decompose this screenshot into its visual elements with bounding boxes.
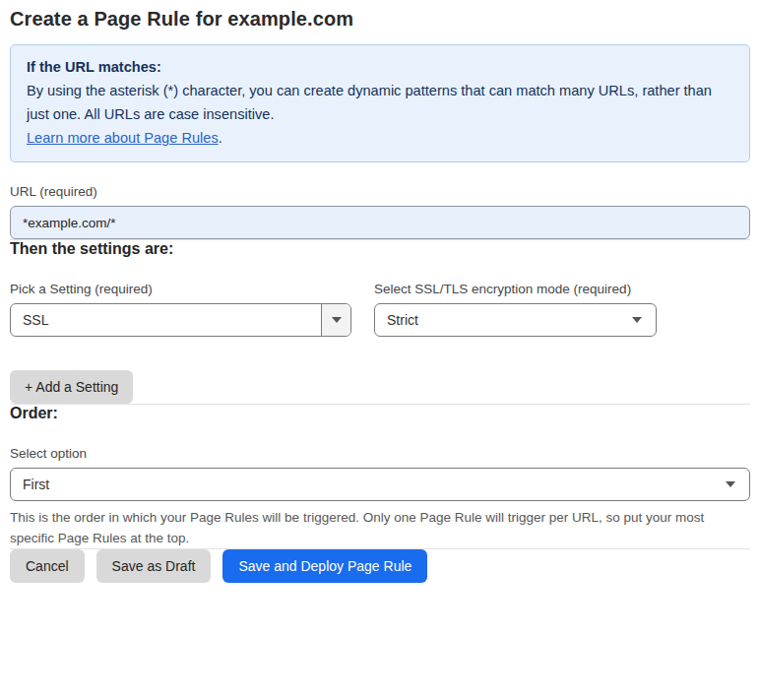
ssl-mode-select[interactable]: Strict bbox=[374, 303, 657, 337]
settings-section-heading: Then the settings are: bbox=[10, 240, 750, 258]
add-setting-button[interactable]: + Add a Setting bbox=[10, 370, 133, 404]
info-box-heading: If the URL matches: bbox=[27, 55, 733, 79]
url-field-label: URL (required) bbox=[10, 184, 750, 199]
ssl-mode-value: Strict bbox=[375, 312, 632, 328]
create-page-rule-panel: Create a Page Rule for example.com If th… bbox=[0, 0, 760, 583]
order-help-text: This is the order in which your Page Rul… bbox=[10, 507, 746, 548]
info-box-body: By using the asterisk (*) character, you… bbox=[27, 79, 733, 126]
save-deploy-button[interactable]: Save and Deploy Page Rule bbox=[222, 549, 427, 583]
settings-row: Pick a Setting (required) SSL Select SSL… bbox=[10, 282, 750, 337]
footer-actions: Cancel Save as Draft Save and Deploy Pag… bbox=[10, 549, 750, 583]
pick-setting-column: Pick a Setting (required) SSL bbox=[10, 282, 351, 337]
url-match-info-box: If the URL matches: By using the asteris… bbox=[10, 44, 750, 162]
order-select[interactable]: First bbox=[10, 468, 750, 501]
ssl-mode-label: Select SSL/TLS encryption mode (required… bbox=[374, 282, 657, 296]
pick-setting-value: SSL bbox=[11, 312, 321, 328]
caret-down-icon bbox=[332, 317, 342, 323]
page-title: Create a Page Rule for example.com bbox=[10, 8, 750, 31]
caret-down-icon bbox=[726, 481, 735, 487]
ssl-mode-column: Select SSL/TLS encryption mode (required… bbox=[374, 282, 657, 337]
caret-down-icon bbox=[632, 317, 642, 323]
order-section-heading: Order: bbox=[10, 405, 750, 422]
order-select-value: First bbox=[11, 477, 726, 492]
url-input[interactable] bbox=[10, 206, 750, 239]
save-draft-button[interactable]: Save as Draft bbox=[96, 549, 212, 583]
pick-setting-select[interactable]: SSL bbox=[10, 303, 351, 337]
pick-setting-label: Pick a Setting (required) bbox=[10, 282, 351, 296]
order-select-label: Select option bbox=[10, 446, 750, 461]
cancel-button[interactable]: Cancel bbox=[10, 549, 85, 583]
pick-setting-caret-button[interactable] bbox=[321, 304, 350, 336]
link-suffix: . bbox=[219, 130, 222, 146]
learn-more-link[interactable]: Learn more about Page Rules bbox=[27, 130, 219, 146]
info-box-link-line: Learn more about Page Rules. bbox=[27, 126, 733, 150]
